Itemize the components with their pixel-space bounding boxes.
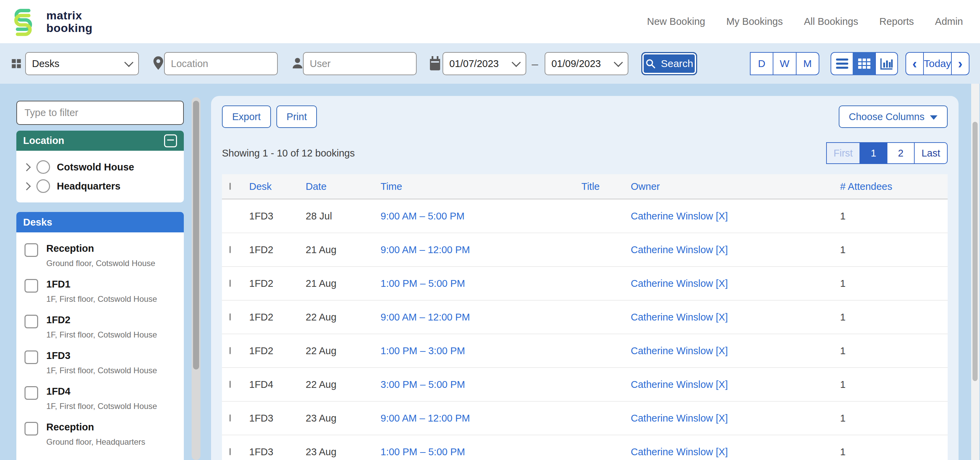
cell-attendees: 1 [823, 413, 948, 424]
user-input-wrap [303, 52, 417, 75]
owner-link[interactable]: Catherine Winslow [X] [624, 211, 823, 222]
page-scrollbar-thumb[interactable] [972, 122, 978, 381]
desk-checkbox[interactable] [24, 315, 38, 328]
nav-item[interactable]: New Booking [647, 16, 705, 27]
booking-time-link[interactable]: 9:00 AM – 12:00 PM [374, 413, 574, 424]
next-button[interactable]: › [951, 52, 969, 75]
pagination-button[interactable]: Last [914, 142, 948, 164]
desk-list-item[interactable]: Reception Ground floor, Cotswold House [16, 238, 184, 274]
page-scrollbar[interactable] [971, 84, 979, 460]
owner-link[interactable]: Catherine Winslow [X] [624, 413, 823, 424]
column-header-date[interactable]: Date [299, 181, 374, 192]
pagination-button[interactable]: 2 [887, 142, 915, 164]
brand-logo-icon [8, 5, 38, 38]
location-tree-item[interactable]: Cotswold House [16, 157, 184, 176]
prev-button[interactable]: ‹ [905, 52, 924, 75]
desk-list-item[interactable]: 1FD1 1F, First floor, Cotswold House [16, 274, 184, 309]
column-header-attendees[interactable]: # Attendees [823, 181, 948, 192]
desk-list-item[interactable]: 1FD3 1F, First floor, Cotswold House [16, 345, 184, 381]
sidebar-scrollbar-thumb[interactable] [193, 101, 199, 370]
list-view-button[interactable] [830, 52, 853, 75]
column-header-title[interactable]: Title [574, 181, 624, 192]
column-header-desk[interactable]: Desk [242, 181, 299, 192]
matrix-booking-app: matrix booking New BookingMy BookingsAll… [0, 0, 980, 460]
desk-checkbox[interactable] [24, 386, 38, 400]
search-button[interactable]: Search [641, 52, 697, 75]
summary-row: Showing 1 - 10 of 12 bookings First 1 2 … [222, 142, 948, 164]
collapse-minus-icon[interactable] [164, 135, 177, 148]
row-checkbox[interactable] [229, 414, 231, 422]
select-all-checkbox[interactable] [229, 183, 231, 190]
owner-link[interactable]: Catherine Winslow [X] [624, 312, 823, 323]
row-checkbox[interactable] [229, 246, 231, 253]
table-body: 1FD3 28 Jul 9:00 AM – 5:00 PM Catherine … [222, 199, 948, 460]
owner-link[interactable]: Catherine Winslow [X] [624, 244, 823, 255]
owner-link[interactable]: Catherine Winslow [X] [624, 446, 823, 458]
desks-list: Reception Ground floor, Cotswold House 1… [16, 232, 184, 460]
cell-attendees: 1 [823, 278, 948, 289]
user-input[interactable] [310, 53, 410, 75]
desk-checkbox[interactable] [24, 279, 38, 293]
location-tree-item[interactable]: Headquarters [16, 176, 184, 196]
chevron-right-icon[interactable] [22, 163, 31, 171]
print-button[interactable]: Print [277, 105, 317, 128]
grid-view-button[interactable] [853, 52, 875, 75]
desk-list-item[interactable]: 1FD2 1F, First floor, Cotswold House [16, 309, 184, 345]
chart-view-button[interactable] [875, 52, 898, 75]
owner-link[interactable]: Catherine Winslow [X] [624, 345, 823, 357]
start-date-select[interactable]: 01/07/2023 [442, 52, 526, 75]
column-header-time[interactable]: Time [374, 181, 574, 192]
desks-section-header[interactable]: Desks [16, 212, 184, 232]
cell-attendees: 1 [823, 345, 948, 357]
booking-time-link[interactable]: 1:00 PM – 5:00 PM [374, 446, 574, 458]
row-checkbox[interactable] [229, 313, 231, 320]
pagination-button[interactable]: First [826, 142, 860, 164]
row-checkbox[interactable] [229, 381, 231, 388]
booking-type-select[interactable]: Desks [25, 52, 139, 75]
row-checkbox[interactable] [229, 448, 231, 455]
today-button[interactable]: Today [923, 52, 952, 75]
location-input[interactable] [171, 53, 271, 75]
column-header-owner[interactable]: Owner [624, 181, 823, 192]
location-section-header[interactable]: Location [16, 131, 184, 151]
pagination-button[interactable]: 1 [859, 142, 888, 164]
location-radio[interactable] [37, 179, 50, 193]
nav-item[interactable]: All Bookings [804, 16, 859, 27]
desk-checkbox[interactable] [24, 243, 38, 257]
booking-time-link[interactable]: 3:00 PM – 5:00 PM [374, 379, 574, 390]
nav-item[interactable]: Admin [935, 16, 963, 27]
booking-time-link[interactable]: 9:00 AM – 12:00 PM [374, 244, 574, 255]
booking-time-link[interactable]: 1:00 PM – 3:00 PM [374, 345, 574, 357]
cell-date: 22 Aug [299, 312, 374, 323]
brand-logo[interactable]: matrix booking [8, 5, 92, 38]
export-button[interactable]: Export [222, 105, 271, 128]
booking-time-link[interactable]: 1:00 PM – 5:00 PM [374, 278, 574, 289]
nav-item[interactable]: Reports [879, 16, 914, 27]
end-date-select[interactable]: 01/09/2023 [545, 52, 628, 75]
sidebar-filter-input[interactable] [16, 101, 184, 125]
row-checkbox[interactable] [229, 280, 231, 287]
owner-link[interactable]: Catherine Winslow [X] [624, 379, 823, 390]
desk-checkbox[interactable] [24, 422, 38, 436]
desk-list-item[interactable]: 1FD4 1F, First floor, Cotswold House [16, 381, 184, 416]
owner-link[interactable]: Catherine Winslow [X] [624, 278, 823, 289]
period-button[interactable]: M [796, 52, 819, 75]
choose-columns-button[interactable]: Choose Columns [839, 105, 948, 128]
location-radio[interactable] [37, 160, 50, 174]
nav-item[interactable]: My Bookings [726, 16, 783, 27]
desk-location: 1F, First floor, Cotswold House [46, 294, 157, 304]
sidebar-scrollbar[interactable] [192, 97, 200, 460]
desk-checkbox[interactable] [24, 351, 38, 364]
period-button[interactable]: D [750, 52, 773, 75]
desk-name: Reception [46, 243, 155, 254]
top-bar: matrix booking New BookingMy BookingsAll… [0, 0, 980, 43]
chevron-right-icon[interactable] [22, 182, 31, 190]
row-checkbox[interactable] [229, 347, 231, 354]
desk-location: Ground floor, Headquarters [46, 437, 145, 447]
desk-list-item[interactable]: Reception Ground floor, Headquarters [16, 416, 184, 452]
booking-time-link[interactable]: 9:00 AM – 12:00 PM [374, 312, 574, 323]
period-button[interactable]: W [773, 52, 796, 75]
bookings-table: Desk Date Time Title Owner # Attendees 1… [222, 174, 948, 460]
booking-time-link[interactable]: 9:00 AM – 5:00 PM [374, 211, 574, 222]
cell-desk: 1FD3 [242, 413, 299, 424]
